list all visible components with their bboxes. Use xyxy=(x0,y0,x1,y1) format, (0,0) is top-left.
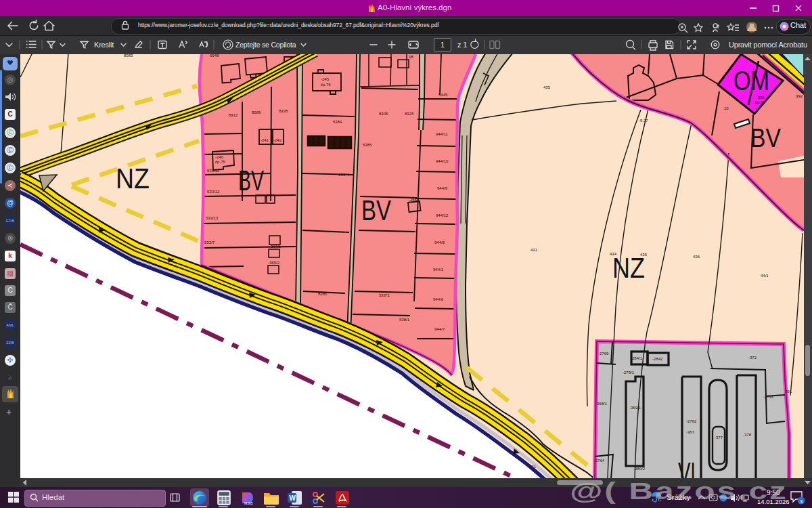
svg-text:10: 10 xyxy=(724,106,729,110)
svg-text:-372: -372 xyxy=(748,356,757,360)
svg-text:-2762: -2762 xyxy=(686,419,697,423)
svg-text:VL: VL xyxy=(678,457,701,478)
svg-text:421: 421 xyxy=(529,465,537,469)
svg-text:533*2: 533*2 xyxy=(379,293,390,297)
svg-text:6948: 6948 xyxy=(210,54,219,58)
svg-text:-363/1: -363/1 xyxy=(269,245,281,249)
svg-text:435: 435 xyxy=(640,253,648,257)
svg-text:533/11: 533/11 xyxy=(207,169,220,173)
svg-text:-331: -331 xyxy=(757,96,765,100)
svg-text:944/1: 944/1 xyxy=(433,268,444,272)
svg-text:533/12: 533/12 xyxy=(207,190,220,194)
svg-text:436: 436 xyxy=(693,255,700,259)
svg-text:8083: 8083 xyxy=(124,54,133,58)
svg-text:-242: -242 xyxy=(273,138,282,142)
svg-text:431: 431 xyxy=(531,248,538,252)
svg-text:čp.93: čp.93 xyxy=(755,100,765,104)
svg-text:M365: M365 xyxy=(244,501,253,505)
svg-text:392: 392 xyxy=(796,94,803,98)
svg-text:W: W xyxy=(290,494,296,502)
svg-text:435: 435 xyxy=(543,85,551,89)
svg-text:-2769: -2769 xyxy=(598,352,609,356)
svg-text:434: 434 xyxy=(610,252,617,256)
svg-text:OM: OM xyxy=(734,66,769,96)
svg-text:-2764: -2764 xyxy=(594,459,605,463)
svg-text:8338: 8338 xyxy=(279,109,288,113)
svg-text:18: 18 xyxy=(409,55,413,59)
svg-text:BV: BV xyxy=(238,165,264,196)
svg-text:-2791: -2791 xyxy=(763,395,774,399)
svg-text:-256: -256 xyxy=(409,198,418,202)
svg-text:NZ: NZ xyxy=(116,163,150,194)
svg-text:944/12: 944/12 xyxy=(436,213,449,217)
svg-text:533/7: 533/7 xyxy=(204,240,215,245)
svg-text:-240: -240 xyxy=(215,155,224,159)
svg-text:-368/1: -368/1 xyxy=(595,402,608,406)
svg-text:-279/1: -279/1 xyxy=(623,371,635,375)
svg-text:8305: 8305 xyxy=(379,112,388,116)
svg-text:944/7: 944/7 xyxy=(434,327,445,331)
svg-text:-369/1: -369/1 xyxy=(629,406,641,410)
svg-text:8089: 8089 xyxy=(252,110,261,114)
svg-text:944/10: 944/10 xyxy=(436,159,449,163)
svg-text:BV: BV xyxy=(361,194,391,226)
svg-text:8385: 8385 xyxy=(318,292,328,296)
svg-text:čp.75: čp.75 xyxy=(215,160,225,164)
svg-text:-365/2: -365/2 xyxy=(268,261,280,265)
svg-text:-284/1: -284/1 xyxy=(631,356,643,360)
svg-text:-241: -241 xyxy=(261,138,269,142)
svg-text:233*4: 233*4 xyxy=(338,173,349,177)
svg-text:8312: 8312 xyxy=(229,113,238,117)
svg-text:-377: -377 xyxy=(715,436,723,440)
svg-text:BV: BV xyxy=(750,124,782,152)
svg-text:-245: -245 xyxy=(321,77,330,81)
svg-text:391: 391 xyxy=(785,389,792,394)
svg-text:-9 27: -9 27 xyxy=(639,119,648,123)
svg-text:5445: 5445 xyxy=(438,93,448,97)
svg-text:NZ: NZ xyxy=(612,252,645,284)
svg-text:44/1: 44/1 xyxy=(761,274,769,278)
svg-text:čp.76: čp.76 xyxy=(321,83,331,87)
svg-text:-367: -367 xyxy=(686,430,695,434)
svg-text:5384: 5384 xyxy=(333,120,342,124)
svg-text:944/6: 944/6 xyxy=(433,297,444,301)
svg-text:944/9: 944/9 xyxy=(437,186,448,190)
svg-text:-378: -378 xyxy=(743,433,752,437)
svg-text:-2842: -2842 xyxy=(652,357,663,361)
svg-text:638/1: 638/1 xyxy=(399,318,410,322)
svg-text:533/13: 533/13 xyxy=(206,216,219,220)
svg-text:-280/2: -280/2 xyxy=(633,467,646,471)
svg-text:944/8: 944/8 xyxy=(434,240,445,245)
svg-text:8325: 8325 xyxy=(405,112,414,116)
svg-text:944/11: 944/11 xyxy=(436,132,449,136)
svg-text:5385: 5385 xyxy=(363,143,372,147)
